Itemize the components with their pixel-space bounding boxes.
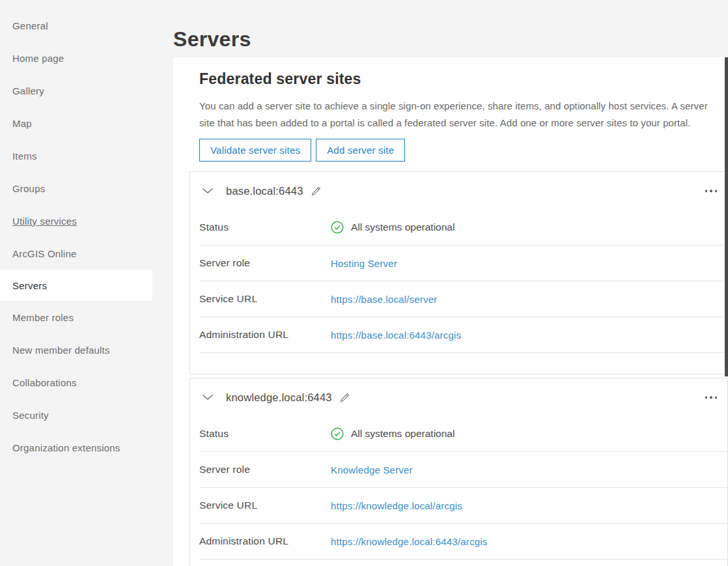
service-url-row: Service URL https://base.local/server — [199, 281, 727, 317]
sidebar-item-label: Organization extensions — [12, 442, 120, 453]
sidebar-item-label: Map — [12, 118, 32, 129]
sidebar-item-utility-services[interactable]: Utility services — [0, 205, 173, 237]
server-role-row: Server role Hosting Server — [199, 246, 727, 281]
server-block-base: base.local:6443 Status All systems opera… — [189, 171, 728, 375]
service-url-link[interactable]: https://base.local/server — [331, 294, 437, 305]
sidebar-item-groups[interactable]: Groups — [0, 172, 173, 205]
chevron-down-icon[interactable] — [202, 394, 214, 401]
row-label: Administration URL — [199, 329, 331, 341]
sidebar-item-label: Items — [12, 150, 37, 162]
validate-server-sites-button[interactable]: Validate server sites — [199, 139, 311, 162]
block-spacer — [190, 559, 727, 566]
sidebar-item-label: Home page — [12, 53, 64, 64]
row-label: Server role — [199, 257, 331, 269]
sidebar-item-map[interactable]: Map — [0, 107, 173, 139]
administration-url-link[interactable]: https://knowledge.local:6443/arcgis — [331, 536, 487, 547]
server-name: knowledge.local:6443 — [226, 391, 332, 404]
status-value: All systems operational — [331, 427, 455, 440]
row-label: Status — [199, 221, 331, 233]
edit-pencil-icon[interactable] — [339, 392, 350, 403]
description-line: site that has been added to a portal is … — [199, 115, 715, 132]
sidebar-item-gallery[interactable]: Gallery — [0, 74, 173, 107]
service-url-link[interactable]: https://knowledge.local/arcgis — [331, 500, 462, 511]
sidebar-item-servers[interactable]: Servers — [0, 270, 152, 301]
server-name: base.local:6443 — [226, 185, 303, 197]
administration-url-row: Administration URL https://knowledge.loc… — [199, 524, 727, 559]
sidebar-item-label: Servers — [12, 280, 47, 291]
servers-settings-panel: Federated server sites You can add a ser… — [173, 57, 728, 566]
server-role-link[interactable]: Knowledge Server — [331, 464, 413, 475]
federated-sites-description: You can add a server site to achieve a s… — [199, 98, 715, 132]
row-label: Status — [199, 428, 331, 440]
sidebar-item-label: ArcGIS Online — [12, 248, 76, 259]
sidebar-item-label: Utility services — [12, 216, 77, 227]
sidebar-item-arcgis-online[interactable]: ArcGIS Online — [0, 237, 173, 270]
sidebar-item-home-page[interactable]: Home page — [0, 42, 173, 74]
ellipsis-icon[interactable] — [704, 187, 719, 195]
add-server-site-button[interactable]: Add server site — [316, 139, 405, 162]
service-url-row: Service URL https://knowledge.local/arcg… — [199, 488, 727, 524]
row-label: Service URL — [199, 293, 331, 305]
sidebar-item-items[interactable]: Items — [0, 139, 173, 172]
ellipsis-icon[interactable] — [704, 393, 719, 401]
server-header: base.local:6443 — [190, 172, 727, 210]
server-actions: Validate server sites Add server site — [199, 139, 728, 162]
sidebar-item-label: Gallery — [12, 85, 44, 96]
status-text: All systems operational — [351, 221, 455, 233]
status-value: All systems operational — [331, 221, 455, 234]
status-row: Status All systems operational — [199, 416, 727, 452]
status-text: All systems operational — [351, 428, 455, 440]
server-header: knowledge.local:6443 — [190, 378, 727, 416]
sidebar-item-collaborations[interactable]: Collaborations — [0, 366, 173, 399]
status-row: Status All systems operational — [199, 210, 727, 246]
description-line: You can add a server site to achieve a s… — [199, 98, 715, 115]
server-block-knowledge: knowledge.local:6443 Status All systems … — [189, 378, 728, 566]
server-role-row: Server role Knowledge Server — [199, 452, 727, 488]
row-label: Service URL — [199, 500, 331, 511]
sidebar-item-label: Security — [12, 410, 49, 421]
sidebar-item-label: Member roles — [12, 312, 74, 323]
sidebar-item-security[interactable]: Security — [0, 399, 173, 431]
server-role-link[interactable]: Hosting Server — [331, 258, 397, 269]
edit-pencil-icon[interactable] — [311, 186, 322, 197]
row-label: Server role — [199, 464, 331, 475]
check-circle-icon — [331, 427, 344, 440]
sidebar-item-label: New member defaults — [12, 345, 110, 356]
scrollbar-thumb[interactable] — [725, 57, 728, 376]
federated-sites-heading: Federated server sites — [199, 70, 728, 88]
sidebar-item-label: Groups — [12, 183, 45, 194]
sidebar-item-label: Collaborations — [12, 377, 77, 388]
sidebar-item-organization-extensions[interactable]: Organization extensions — [0, 431, 173, 464]
administration-url-row: Administration URL https://base.local:64… — [199, 317, 727, 353]
settings-sidebar: General Home page Gallery Map Items Grou… — [0, 0, 173, 566]
sidebar-item-general[interactable]: General — [0, 9, 173, 42]
sidebar-item-new-member-defaults[interactable]: New member defaults — [0, 333, 173, 366]
block-spacer — [190, 353, 727, 374]
chevron-down-icon[interactable] — [202, 188, 214, 194]
check-circle-icon — [331, 221, 344, 234]
page-title: Servers — [173, 27, 251, 51]
row-label: Administration URL — [199, 535, 331, 547]
sidebar-item-member-roles[interactable]: Member roles — [0, 301, 173, 333]
administration-url-link[interactable]: https://base.local:6443/arcgis — [331, 330, 461, 341]
sidebar-item-label: General — [12, 20, 48, 31]
